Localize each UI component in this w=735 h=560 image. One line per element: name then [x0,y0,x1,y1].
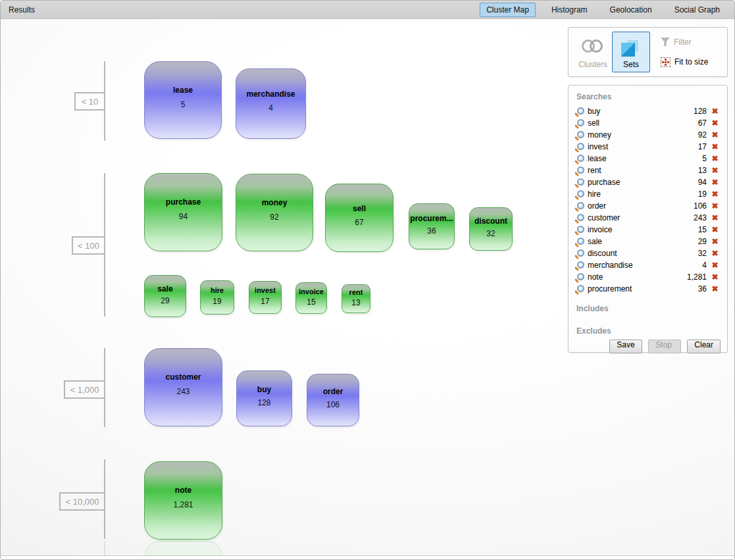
search-count: 243 [694,213,707,222]
search-item-note[interactable]: note1,281✖ [575,271,721,283]
top-bar: Results Cluster MapHistogramGeolocationS… [1,1,734,19]
bubble-count: 36 [427,226,436,236]
results-title: Results [9,5,35,14]
delete-search-icon[interactable]: ✖ [709,225,721,234]
cluster-bubble-sale[interactable]: sale29 [144,275,186,317]
cluster-bubble-procurem[interactable]: procurem...36 [409,203,455,249]
bubble-count: 1,281 [173,500,193,509]
delete-search-icon[interactable]: ✖ [709,190,721,199]
fit-to-size-label: Fit to size [674,57,708,66]
search-icon [575,201,584,211]
search-item-hire[interactable]: hire19✖ [575,188,721,200]
size-bracket-notch: < 10 [74,92,104,111]
search-count: 19 [698,190,707,199]
searches-button-row: SaveStopClear [575,340,721,355]
search-item-lease[interactable]: lease5✖ [575,153,721,165]
tab-geolocation[interactable]: Geolocation [603,3,659,17]
cluster-bubble-rent[interactable]: rent13 [342,284,370,313]
search-icon [575,130,584,140]
search-item-invoice[interactable]: invoice15✖ [575,224,721,236]
search-item-customer[interactable]: customer243✖ [575,212,721,224]
search-item-discount[interactable]: discount32✖ [575,247,721,259]
clusters-button[interactable]: Clusters [574,32,612,72]
search-count: 1,281 [687,272,707,282]
bubble-count: 32 [486,229,495,238]
excludes-section-title: Excludes [576,326,721,336]
delete-search-icon[interactable]: ✖ [709,213,721,222]
search-item-sale[interactable]: sale29✖ [575,236,721,247]
delete-search-icon[interactable]: ✖ [709,261,721,270]
cluster-bubble-buy[interactable]: buy128 [236,370,292,426]
bubble-count: 106 [326,400,340,409]
filter-button[interactable]: Filter [661,38,708,47]
search-term-label: merchandise [588,261,633,270]
cluster-bubble-note[interactable]: note1,281 [144,461,222,540]
cluster-bubble-invest[interactable]: invest17 [249,281,282,314]
search-item-rent[interactable]: rent13✖ [575,165,721,176]
search-item-invest[interactable]: invest17✖ [575,141,721,153]
bubble-label: hire [211,286,224,294]
search-item-money[interactable]: money92✖ [575,129,721,141]
toolbar-right-column: Filter Fit to size [661,38,708,67]
delete-search-icon[interactable]: ✖ [709,130,721,140]
delete-search-icon[interactable]: ✖ [709,178,721,187]
bubble-count: 67 [355,218,363,227]
search-item-buy[interactable]: buy128✖ [575,105,721,117]
cluster-bubble-sell[interactable]: sell67 [325,184,393,252]
tab-cluster-map[interactable]: Cluster Map [480,3,536,17]
search-term-label: hire [588,190,601,199]
search-term-label: note [588,272,603,282]
size-bracket-label: < 1,000 [70,385,99,395]
search-item-sell[interactable]: sell67✖ [575,117,721,129]
search-term-label: rent [588,166,601,175]
cluster-bubble-invoice[interactable]: invoice15 [295,282,327,314]
delete-search-icon[interactable]: ✖ [709,272,721,282]
search-term-label: buy [588,107,600,116]
cluster-bubble-discount[interactable]: discount32 [469,207,513,251]
sets-button[interactable]: Sets [612,32,650,72]
search-item-procurement[interactable]: procurement36✖ [575,283,721,295]
size-bracket-line [104,348,105,427]
cluster-bubble-hire[interactable]: hire19 [200,280,234,315]
cluster-bubble-order[interactable]: order106 [307,374,359,426]
delete-search-icon[interactable]: ✖ [709,249,721,258]
cluster-bubble-lease[interactable]: lease5 [144,61,222,139]
size-bracket-notch: < 10,000 [59,492,104,511]
cluster-bubble-customer[interactable]: customer243 [144,348,222,426]
clear-button[interactable]: Clear [687,340,721,353]
search-count: 29 [698,237,707,246]
bubble-count: 29 [161,296,169,305]
search-item-purchase[interactable]: purchase94✖ [575,176,721,188]
save-button[interactable]: Save [609,340,642,353]
search-count: 17 [698,142,707,151]
searches-section-title: Searches [576,92,721,101]
filter-button-label: Filter [674,38,692,47]
delete-search-icon[interactable]: ✖ [709,142,721,151]
search-item-merchandise[interactable]: merchandise4✖ [575,259,721,271]
tab-histogram[interactable]: Histogram [545,3,594,17]
tab-social-graph[interactable]: Social Graph [668,3,726,17]
bubble-label: customer [165,372,201,382]
search-count: 92 [698,130,707,140]
fit-to-size-button[interactable]: Fit to size [661,57,708,67]
delete-search-icon[interactable]: ✖ [709,154,721,163]
filter-funnel-icon [661,38,670,46]
search-term-label: sell [588,118,599,128]
search-item-order[interactable]: order106✖ [575,200,721,212]
cluster-bubble-money[interactable]: money92 [236,174,313,251]
search-count: 36 [698,284,707,293]
delete-search-icon[interactable]: ✖ [709,201,721,211]
cluster-bubble-purchase[interactable]: purchase94 [144,173,222,251]
delete-search-icon[interactable]: ✖ [709,166,721,175]
bubble-label: note [175,486,191,495]
delete-search-icon[interactable]: ✖ [709,118,721,128]
delete-search-icon[interactable]: ✖ [709,284,721,293]
cluster-bubble-merchandise[interactable]: merchandise4 [236,68,306,139]
clusters-venn-icon [582,39,604,55]
size-bracket-line [104,173,105,317]
delete-search-icon[interactable]: ✖ [709,237,721,246]
search-icon [575,166,584,176]
delete-search-icon[interactable]: ✖ [709,107,721,116]
search-term-label: procurement [588,284,632,293]
search-term-label: discount [588,249,617,258]
